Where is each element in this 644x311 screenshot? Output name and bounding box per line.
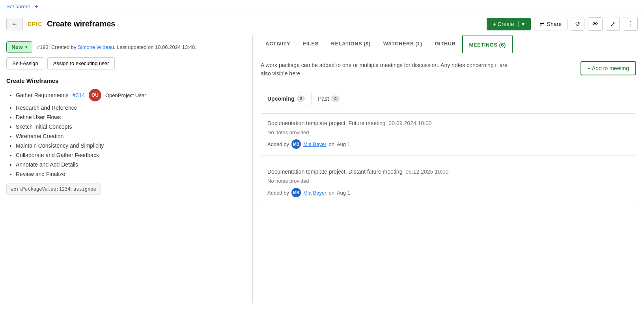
epic-badge: EPIC — [28, 21, 42, 27]
bullet-list: Gather Requirements #314 OU OpenProject … — [6, 89, 246, 177]
add-to-meeting-button[interactable]: + Add to meeting — [581, 61, 636, 75]
back-button[interactable]: ← — [6, 18, 23, 30]
gather-link[interactable]: #314 — [73, 92, 85, 98]
status-badge[interactable]: New ▾ — [6, 41, 32, 52]
expand-button[interactable]: ⤢ — [606, 17, 620, 31]
upcoming-count: 2 — [297, 96, 305, 102]
meta-text: #193: Created by Simone Wibeau. Last upd… — [37, 44, 196, 50]
sub-tab-past[interactable]: Past 4 — [312, 92, 346, 105]
watch-icon: 👁 — [592, 21, 598, 28]
tab-files[interactable]: FILES — [297, 35, 325, 53]
create-dropdown-arrow[interactable]: ▾ — [518, 21, 525, 27]
user-link-2[interactable]: Mia Bayer — [303, 190, 327, 196]
meeting-title-2: Documentation template project: Distant … — [267, 169, 629, 175]
section-title: Create Wireframes — [6, 77, 246, 84]
sub-tab-upcoming[interactable]: Upcoming 2 — [261, 92, 312, 105]
status-dropdown-arrow: ▾ — [25, 45, 27, 49]
create-button[interactable]: + Create ▾ — [487, 18, 531, 30]
avatar-mb-2: MB — [291, 188, 301, 197]
list-item: Maintain Consistency and Simplicity — [16, 142, 246, 149]
status-row: New ▾ #193: Created by Simone Wibeau. La… — [6, 41, 246, 52]
list-item: Annotate and Add Details — [16, 161, 246, 168]
upcoming-label: Upcoming — [267, 96, 294, 102]
meeting-added-by-1: Added by MB Mia Bayer on Aug 1 — [267, 139, 629, 149]
left-panel: New ▾ #193: Created by Simone Wibeau. La… — [0, 35, 252, 303]
user-name: OpenProject User — [105, 92, 146, 98]
meeting-card-1: Documentation template project: Future m… — [261, 113, 636, 156]
meeting-card-2: Documentation template project: Distant … — [261, 162, 636, 204]
description-text: A work package can be added to one or mu… — [261, 61, 513, 78]
header-bar: ← EPIC Create wireframes + Create ▾ ⇄ Sh… — [0, 13, 644, 35]
share-button[interactable]: ⇄ Share — [534, 18, 567, 30]
tabs-bar: ACTIVITY FILES RELATIONS (9) WATCHERS (1… — [253, 35, 644, 53]
meeting-notes-2: No notes provided — [267, 178, 629, 184]
self-assign-button[interactable]: Self-Assign — [6, 57, 44, 69]
avatar-mb-1: MB — [291, 139, 301, 149]
top-bar: Set parent + — [0, 0, 644, 13]
status-label: New — [11, 44, 23, 50]
meeting-added-by-2: Added by MB Mia Bayer on Aug 1 — [267, 188, 629, 197]
author-link[interactable]: Simone Wibeau — [78, 44, 114, 50]
expand-icon: ⤢ — [610, 20, 615, 28]
header-actions: + Create ▾ ⇄ Share ↺ 👁 ⤢ ⋮ — [487, 17, 638, 31]
code-block: workPackageValue:1234:assignee — [6, 184, 101, 195]
list-item: Research and Reference — [16, 105, 246, 111]
action-buttons: Self-Assign Assign to executing user — [6, 57, 246, 69]
set-parent-link[interactable]: Set parent — [6, 4, 30, 9]
tab-watchers[interactable]: WATCHERS (1) — [377, 35, 429, 53]
past-count: 4 — [331, 96, 340, 102]
set-parent-icon: + — [35, 3, 38, 9]
user-link-1[interactable]: Mia Bayer — [303, 141, 327, 147]
create-label: + Create — [493, 21, 514, 27]
tab-relations[interactable]: RELATIONS (9) — [325, 35, 377, 53]
list-item: Review and Finalize — [16, 171, 246, 177]
assign-to-user-button[interactable]: Assign to executing user — [47, 57, 115, 69]
share-icon: ⇄ — [540, 21, 545, 27]
list-item: Define User Flows — [16, 114, 246, 120]
watch-button[interactable]: 👁 — [588, 17, 603, 31]
sub-tabs: Upcoming 2 Past 4 — [261, 92, 346, 105]
right-content: A work package can be added to one or mu… — [253, 53, 644, 218]
list-item: Sketch Initial Concepts — [16, 124, 246, 130]
main-layout: New ▾ #193: Created by Simone Wibeau. La… — [0, 35, 644, 303]
list-item: Wireframe Creation — [16, 133, 246, 139]
page-title: Create wireframes — [47, 19, 482, 28]
tab-meetings[interactable]: MEETINGS (6) — [462, 36, 513, 53]
list-item: Collaborate and Gather Feedback — [16, 152, 246, 158]
tab-github[interactable]: GITHUB — [429, 35, 462, 53]
meeting-notes-1: No notes provided — [267, 129, 629, 135]
list-item: Gather Requirements #314 OU OpenProject … — [16, 89, 246, 101]
right-panel: ACTIVITY FILES RELATIONS (9) WATCHERS (1… — [253, 35, 644, 303]
past-label: Past — [318, 96, 329, 102]
share-label: Share — [547, 21, 562, 27]
history-button[interactable]: ↺ — [571, 17, 584, 31]
description-action-row: A work package can be added to one or mu… — [261, 61, 636, 84]
tab-activity[interactable]: ACTIVITY — [259, 35, 297, 53]
gather-text: Gather Requirements — [16, 92, 69, 98]
more-button[interactable]: ⋮ — [623, 17, 638, 31]
meeting-title-1: Documentation template project: Future m… — [267, 120, 629, 126]
avatar: OU — [89, 89, 101, 101]
